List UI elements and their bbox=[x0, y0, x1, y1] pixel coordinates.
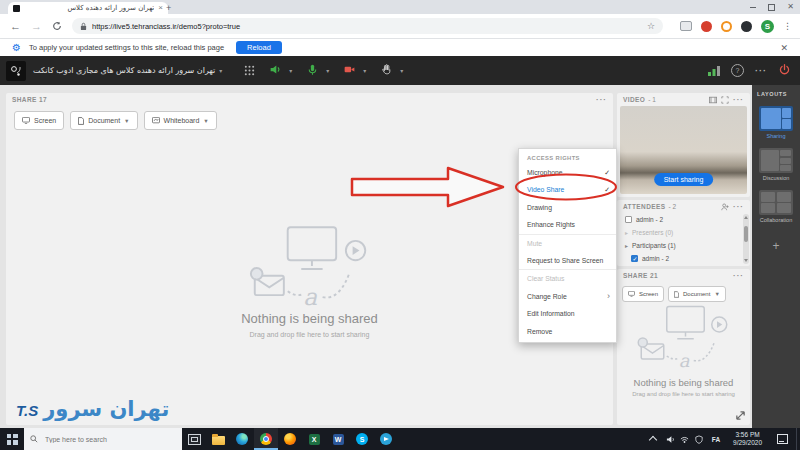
show-desktop-button[interactable] bbox=[796, 428, 800, 450]
document-share-button[interactable]: Document ▼ bbox=[70, 111, 137, 130]
menu-item-clear-status: Clear Status bbox=[519, 269, 616, 287]
pods-grid-icon[interactable] bbox=[244, 62, 255, 80]
window-close-icon[interactable]: ✕ bbox=[787, 3, 794, 11]
speaker-chevron-icon[interactable]: ▾ bbox=[289, 67, 292, 74]
fullscreen-icon[interactable] bbox=[721, 96, 729, 104]
layout-collaboration[interactable]: Collaboration bbox=[752, 190, 800, 223]
room-menu-chevron-icon[interactable]: ▾ bbox=[219, 67, 222, 74]
whiteboard-share-button[interactable]: Whiteboard ▼ bbox=[144, 111, 217, 130]
adobe-connect-logo[interactable] bbox=[6, 61, 26, 81]
layout-thumbnail[interactable] bbox=[759, 106, 793, 131]
excel-icon[interactable]: X bbox=[302, 428, 326, 450]
refresh-icon[interactable] bbox=[52, 21, 62, 31]
cast-icon[interactable] bbox=[680, 21, 692, 31]
skype-icon[interactable]: S bbox=[350, 428, 374, 450]
attendees-scrollbar[interactable] bbox=[743, 214, 749, 264]
scroll-up-icon[interactable] bbox=[744, 216, 748, 219]
telegram-icon[interactable] bbox=[374, 428, 398, 450]
layout-sharing[interactable]: Sharing bbox=[752, 106, 800, 139]
webcam-icon[interactable] bbox=[343, 62, 356, 80]
scrollbar-thumb[interactable] bbox=[744, 226, 748, 242]
attendee-row[interactable]: admin - 2 bbox=[617, 213, 750, 226]
security-tray-icon[interactable] bbox=[692, 435, 706, 444]
extension-icon-3[interactable] bbox=[741, 21, 752, 32]
connection-signal-icon[interactable] bbox=[708, 62, 720, 80]
notification-text: To apply your updated settings to this s… bbox=[29, 43, 224, 52]
notification-close-icon[interactable]: ✕ bbox=[780, 43, 788, 53]
attendee-checkbox[interactable] bbox=[625, 216, 632, 223]
attendee-group-presenters[interactable]: Presenters (0) bbox=[617, 226, 750, 239]
taskbar-clock[interactable]: 3:56 PM 9/29/2020 bbox=[733, 431, 762, 447]
window-maximize-icon[interactable] bbox=[768, 4, 775, 11]
action-center-icon[interactable] bbox=[777, 434, 788, 444]
attendee-checkbox-checked[interactable] bbox=[631, 255, 638, 262]
speaker-tray-icon[interactable] bbox=[664, 435, 678, 444]
file-explorer-icon[interactable] bbox=[206, 428, 230, 450]
video-pod-menu-icon[interactable]: ··· bbox=[733, 96, 744, 104]
bookmark-star-icon[interactable]: ☆ bbox=[647, 21, 655, 31]
start-button[interactable] bbox=[0, 428, 24, 450]
firefox-icon[interactable] bbox=[278, 428, 302, 450]
screen-share-button[interactable]: Screen bbox=[14, 111, 64, 130]
document-share-button[interactable]: Document ▼ bbox=[668, 286, 726, 302]
attendees-pod-menu-icon[interactable]: ··· bbox=[733, 203, 744, 211]
share-pod2-menu-icon[interactable]: ··· bbox=[733, 272, 744, 280]
search-input[interactable] bbox=[43, 435, 167, 444]
layout-discussion[interactable]: Discussion bbox=[752, 148, 800, 181]
microphone-chevron-icon[interactable]: ▾ bbox=[326, 67, 329, 74]
browser-menu-icon[interactable]: ⋮ bbox=[783, 21, 792, 31]
menu-item-remove[interactable]: Remove bbox=[519, 323, 616, 340]
tab-close-icon[interactable]: × bbox=[158, 4, 163, 12]
screen-share-button[interactable]: Screen bbox=[622, 286, 664, 302]
menu-item-request-share-screen[interactable]: Request to Share Screen bbox=[519, 252, 616, 269]
reload-button[interactable]: Reload bbox=[236, 41, 282, 54]
attendee-group-participants[interactable]: Participants (1) bbox=[617, 239, 750, 252]
attendee-row[interactable]: admin - 2 bbox=[617, 252, 750, 265]
window-minimize-icon[interactable] bbox=[750, 7, 756, 8]
share-pod-menu-icon[interactable]: ··· bbox=[596, 96, 607, 104]
filmstrip-icon[interactable] bbox=[709, 96, 717, 104]
tab-favicon-icon bbox=[13, 5, 20, 12]
start-sharing-button[interactable]: Start sharing bbox=[654, 173, 714, 186]
menu-item-video-share[interactable]: Video Share bbox=[519, 181, 616, 198]
raise-hand-icon[interactable] bbox=[380, 62, 393, 80]
browser-tab[interactable]: تهران سرور ارائه دهنده کلاس × bbox=[8, 2, 168, 14]
tray-expand-icon[interactable] bbox=[649, 436, 657, 444]
exit-power-icon[interactable] bbox=[778, 62, 791, 80]
expand-icon[interactable] bbox=[735, 410, 746, 421]
add-attendee-icon[interactable] bbox=[721, 203, 729, 211]
webcam-chevron-icon[interactable]: ▾ bbox=[363, 67, 366, 74]
taskbar-search[interactable] bbox=[24, 428, 182, 450]
new-tab-button[interactable]: + bbox=[166, 3, 171, 13]
menu-item-microphone[interactable]: Microphone bbox=[519, 164, 616, 181]
microphone-icon[interactable] bbox=[306, 62, 319, 80]
task-view-button[interactable] bbox=[182, 428, 206, 450]
layout-thumbnail[interactable] bbox=[759, 190, 793, 215]
layout-thumbnail[interactable] bbox=[759, 148, 793, 173]
profile-avatar[interactable]: S bbox=[761, 20, 774, 33]
layouts-title: LAYOUTS bbox=[757, 91, 800, 97]
speaker-icon[interactable] bbox=[269, 62, 282, 80]
address-bar[interactable]: https://live5.tehranclass.ir/demo5?proto… bbox=[72, 18, 663, 34]
video-pod-title: VIDEO bbox=[623, 96, 645, 103]
language-indicator[interactable]: FA bbox=[712, 436, 720, 443]
menu-item-enhance-rights[interactable]: Enhance Rights bbox=[519, 216, 616, 233]
menu-item-drawing[interactable]: Drawing bbox=[519, 199, 616, 216]
hand-chevron-icon[interactable]: ▾ bbox=[400, 67, 403, 74]
help-icon[interactable]: ? bbox=[731, 64, 744, 77]
forward-icon[interactable]: → bbox=[31, 21, 42, 32]
extension-icon-1[interactable] bbox=[701, 21, 712, 32]
back-icon[interactable]: ← bbox=[10, 21, 21, 32]
attendees-pod: ATTENDEES - 2 ··· admin - 2 Presenters (… bbox=[617, 200, 750, 266]
extension-icon-2[interactable] bbox=[721, 21, 732, 32]
scroll-down-icon[interactable] bbox=[744, 259, 748, 262]
meeting-app-bar: تهران سرور ارائه دهنده کلاس های مجازی اد… bbox=[0, 56, 800, 85]
network-tray-icon[interactable] bbox=[678, 435, 692, 444]
meeting-menu-icon[interactable]: ··· bbox=[755, 66, 767, 76]
edge-icon[interactable] bbox=[230, 428, 254, 450]
word-icon[interactable]: W bbox=[326, 428, 350, 450]
menu-item-edit-information[interactable]: Edit Information bbox=[519, 305, 616, 322]
add-layout-button[interactable]: + bbox=[759, 239, 793, 253]
chrome-icon[interactable] bbox=[254, 428, 278, 450]
menu-item-change-role[interactable]: Change Role bbox=[519, 288, 616, 305]
